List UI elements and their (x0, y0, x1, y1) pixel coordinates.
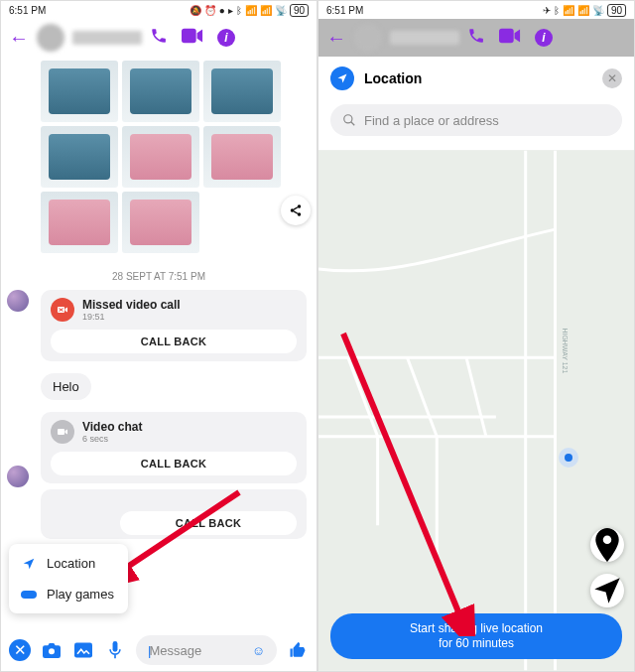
missed-call-title: Missed video call (82, 298, 181, 312)
location-arrow-icon (330, 67, 354, 90)
photo-thumbnail[interactable] (122, 192, 199, 253)
info-icon: i (535, 29, 553, 47)
start-sharing-button[interactable]: Start sharing live location for 60 minut… (330, 613, 622, 659)
svg-point-11 (344, 115, 352, 123)
svg-point-7 (49, 648, 55, 654)
location-menu-item[interactable]: Location (9, 548, 128, 579)
status-icons: ✈ ᛒ 📶 📶 📡 90 (543, 4, 626, 17)
image-grid[interactable] (1, 57, 317, 257)
svg-rect-10 (499, 29, 514, 44)
wifi-icon: 📡 (275, 5, 287, 16)
svg-rect-12 (318, 151, 634, 671)
info-icon[interactable]: i (217, 29, 235, 47)
location-search-input[interactable]: Find a place or address (330, 104, 622, 136)
photo-thumbnail[interactable] (122, 61, 199, 122)
back-button[interactable]: ← (326, 27, 346, 50)
search-icon (342, 113, 356, 127)
call-icon[interactable] (150, 27, 168, 49)
app-icon-2: ▸ (228, 5, 233, 16)
message-input[interactable]: |Message ☺ (136, 635, 277, 665)
battery-indicator: 90 (290, 4, 309, 17)
text-message[interactable]: Helo (41, 373, 91, 400)
header-actions: i (150, 27, 235, 49)
share-button-line1: Start sharing live location (340, 621, 612, 636)
location-arrow-icon (21, 557, 37, 571)
status-icons: 🔕 ⏰ ● ▸ ᛒ 📶 📶 📡 90 (190, 4, 309, 17)
video-icon[interactable] (182, 28, 203, 48)
gallery-icon[interactable] (72, 639, 94, 661)
bluetooth-icon: ᛒ (236, 5, 242, 16)
photo-thumbnail[interactable] (203, 61, 281, 122)
call-card-partial: CALL BACK (41, 489, 307, 539)
sender-avatar[interactable] (7, 290, 29, 312)
location-status-icon: ✈ (543, 5, 551, 16)
recenter-fab[interactable] (590, 574, 624, 607)
timestamp: 28 SEPT AT 7:51 PM (1, 271, 317, 282)
map-roads: HIGHWAY 121 (318, 150, 634, 671)
call-icon (467, 27, 485, 49)
back-button[interactable]: ← (9, 27, 29, 50)
svg-rect-6 (21, 591, 37, 599)
call-back-button[interactable]: CALL BACK (51, 452, 297, 475)
play-games-menu-item[interactable]: Play games (9, 579, 128, 609)
missed-call-time: 19:51 (82, 312, 181, 322)
message-placeholder: Message (149, 643, 201, 658)
contact-name (390, 31, 459, 45)
contact-avatar[interactable] (37, 24, 64, 52)
road-label: HIGHWAY 121 (562, 329, 569, 374)
map-view[interactable]: HIGHWAY 121 Start sharing live location … (318, 150, 634, 671)
missed-call-icon (51, 298, 74, 322)
chat-header: ← i (1, 19, 317, 57)
more-actions-popup: Location Play games (9, 544, 128, 613)
thumbs-up-icon[interactable] (287, 639, 309, 661)
search-placeholder: Find a place or address (364, 113, 499, 128)
svg-point-13 (603, 535, 612, 544)
svg-point-3 (298, 212, 302, 216)
photo-thumbnail[interactable] (41, 126, 118, 188)
camera-icon[interactable] (41, 639, 63, 661)
contact-avatar (354, 24, 382, 52)
current-location-dot (559, 448, 578, 468)
status-time: 6:51 PM (9, 5, 46, 16)
photo-thumbnail[interactable] (41, 61, 118, 122)
status-bar: 6:51 PM ✈ ᛒ 📶 📶 📡 90 (318, 1, 634, 19)
header-actions: i (467, 27, 553, 49)
pin-fab[interactable] (590, 528, 624, 562)
chat-header-dimmed: ← i (318, 19, 634, 57)
video-chat-card: Video chat 6 secs CALL BACK (41, 412, 307, 483)
app-icon: ● (219, 5, 225, 16)
emoji-picker-icon[interactable]: ☺ (252, 643, 265, 658)
video-chat-duration: 6 secs (82, 434, 142, 444)
messenger-chat-screen: 6:51 PM 🔕 ⏰ ● ▸ ᛒ 📶 📶 📡 90 ← i (0, 0, 318, 672)
sender-avatar[interactable] (7, 466, 29, 487)
photo-thumbnail[interactable] (122, 126, 199, 188)
svg-point-2 (291, 208, 295, 212)
bluetooth-icon: ᛒ (554, 5, 560, 16)
call-back-button[interactable]: CALL BACK (120, 511, 297, 535)
location-panel-header: Location ✕ (318, 57, 634, 100)
share-button[interactable] (281, 196, 311, 225)
svg-rect-9 (113, 641, 118, 652)
media-gallery-message (1, 57, 317, 257)
mic-icon[interactable] (104, 639, 126, 661)
missed-call-card: Missed video call 19:51 CALL BACK (41, 290, 307, 361)
gamepad-icon (21, 589, 37, 601)
location-title: Location (364, 70, 592, 86)
message-composer: ✕ |Message ☺ (1, 629, 317, 671)
video-icon (499, 28, 521, 48)
photo-thumbnail[interactable] (41, 192, 118, 253)
contact-name[interactable] (72, 31, 142, 45)
close-more-button[interactable]: ✕ (9, 639, 31, 661)
svg-rect-8 (74, 643, 92, 658)
signal-icon-2: 📶 (260, 5, 272, 16)
wifi-icon: 📡 (592, 5, 604, 16)
svg-rect-0 (182, 29, 196, 44)
signal-icon: 📶 (563, 5, 574, 16)
svg-rect-5 (58, 429, 64, 435)
close-location-button[interactable]: ✕ (602, 68, 622, 88)
dnd-icon: 🔕 (190, 5, 201, 16)
photo-thumbnail[interactable] (203, 126, 281, 188)
alarm-icon: ⏰ (204, 5, 216, 16)
status-bar: 6:51 PM 🔕 ⏰ ● ▸ ᛒ 📶 📶 📡 90 (1, 1, 317, 19)
call-back-button[interactable]: CALL BACK (51, 330, 297, 353)
